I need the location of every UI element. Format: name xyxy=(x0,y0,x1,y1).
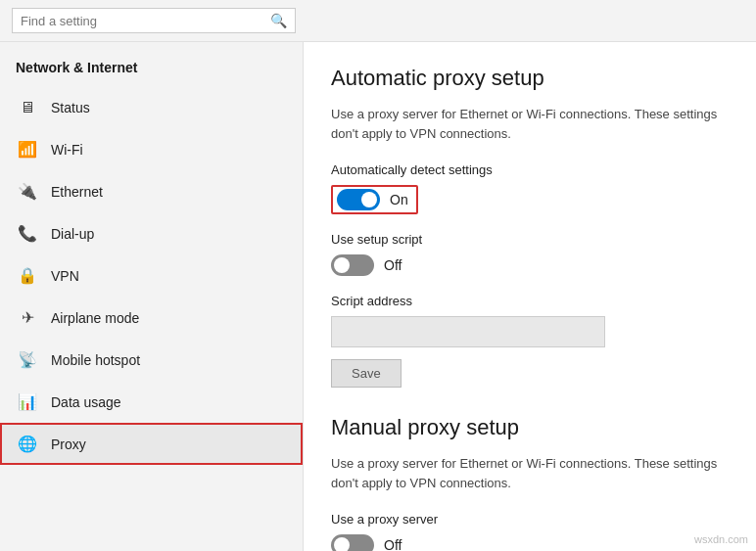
search-input[interactable] xyxy=(21,14,270,28)
use-proxy-state: Off xyxy=(384,537,402,551)
sidebar-label-vpn: VPN xyxy=(51,268,79,284)
manual-proxy-title: Manual proxy setup xyxy=(331,415,729,440)
sidebar-item-proxy[interactable]: 🌐Proxy xyxy=(0,423,303,465)
manual-proxy-desc: Use a proxy server for Ethernet or Wi-Fi… xyxy=(331,454,729,492)
dialup-icon: 📞 xyxy=(18,224,37,243)
sidebar-item-vpn[interactable]: 🔒VPN xyxy=(0,254,303,297)
auto-proxy-title: Automatic proxy setup xyxy=(331,66,729,91)
auto-detect-thumb xyxy=(361,192,377,207)
proxy-icon: 🌐 xyxy=(18,435,37,453)
sidebar-label-status: Status xyxy=(51,100,90,115)
content-area: Automatic proxy setup Use a proxy server… xyxy=(304,42,756,551)
auto-proxy-desc: Use a proxy server for Ethernet or Wi-Fi… xyxy=(331,105,729,143)
script-address-input[interactable] xyxy=(331,316,605,347)
auto-detect-label: Automatically detect settings xyxy=(331,162,729,177)
search-icon: 🔍 xyxy=(270,13,287,28)
sidebar-item-dialup[interactable]: 📞Dial-up xyxy=(0,212,303,254)
sidebar-item-ethernet[interactable]: 🔌Ethernet xyxy=(0,170,303,212)
sidebar-label-airplane: Airplane mode xyxy=(51,310,139,326)
ethernet-icon: 🔌 xyxy=(18,182,37,201)
status-icon: 🖥 xyxy=(18,99,37,116)
use-proxy-thumb xyxy=(334,537,350,551)
setup-script-toggle[interactable] xyxy=(331,254,374,276)
sidebar: Network & Internet 🖥Status📶Wi-Fi🔌Etherne… xyxy=(0,42,304,551)
use-proxy-label: Use a proxy server xyxy=(331,512,729,527)
vpn-icon: 🔒 xyxy=(18,266,37,285)
use-proxy-toggle-row: Off xyxy=(331,534,729,551)
auto-detect-toggle[interactable] xyxy=(337,189,380,210)
sidebar-item-datausage[interactable]: 📊Data usage xyxy=(0,381,303,423)
setup-script-state: Off xyxy=(384,257,402,273)
sidebar-item-wifi[interactable]: 📶Wi-Fi xyxy=(0,128,303,170)
setup-script-thumb xyxy=(334,257,350,273)
main-layout: Network & Internet 🖥Status📶Wi-Fi🔌Etherne… xyxy=(0,42,756,551)
nav-items-container: 🖥Status📶Wi-Fi🔌Ethernet📞Dial-up🔒VPN✈Airpl… xyxy=(0,87,303,465)
sidebar-label-ethernet: Ethernet xyxy=(51,184,103,200)
hotspot-icon: 📡 xyxy=(18,350,37,369)
save-button[interactable]: Save xyxy=(331,359,402,388)
setup-script-toggle-row: Off xyxy=(331,254,729,276)
auto-detect-state: On xyxy=(390,192,408,207)
sidebar-title: Network & Internet xyxy=(0,52,303,87)
sidebar-item-hotspot[interactable]: 📡Mobile hotspot xyxy=(0,339,303,381)
sidebar-label-datausage: Data usage xyxy=(51,394,121,410)
sidebar-label-dialup: Dial-up xyxy=(51,226,94,242)
setup-script-label: Use setup script xyxy=(331,232,729,247)
datausage-icon: 📊 xyxy=(18,392,37,411)
use-proxy-toggle[interactable] xyxy=(331,534,374,551)
sidebar-label-hotspot: Mobile hotspot xyxy=(51,352,140,368)
auto-detect-toggle-row: On xyxy=(331,185,729,214)
sidebar-item-airplane[interactable]: ✈Airplane mode xyxy=(0,297,303,339)
wifi-icon: 📶 xyxy=(18,140,37,159)
sidebar-label-wifi: Wi-Fi xyxy=(51,142,83,158)
auto-detect-toggle-highlighted: On xyxy=(331,185,418,214)
airplane-icon: ✈ xyxy=(18,308,37,327)
sidebar-item-status[interactable]: 🖥Status xyxy=(0,87,303,128)
search-input-wrap: 🔍 xyxy=(12,8,296,33)
sidebar-label-proxy: Proxy xyxy=(51,436,86,452)
script-address-label: Script address xyxy=(331,294,729,308)
search-bar: 🔍 xyxy=(0,0,756,42)
